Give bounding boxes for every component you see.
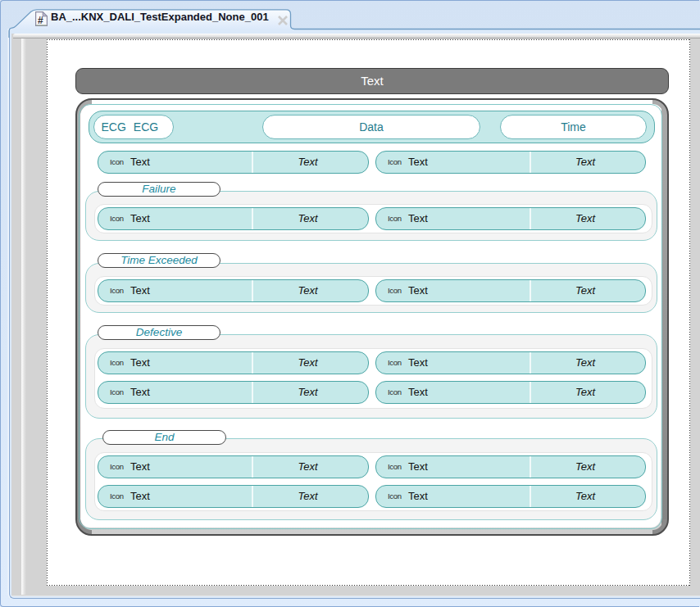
- svg-text:#: #: [38, 15, 43, 26]
